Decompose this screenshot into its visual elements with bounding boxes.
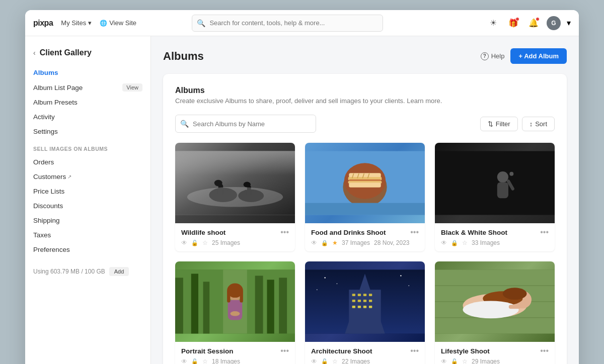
page-title: Albums [163,50,204,63]
star-icon-4[interactable]: ☆ [202,358,208,364]
sort-button[interactable]: ↕ Sort [522,117,555,131]
album-count-5: 22 Images [342,358,370,364]
sort-icon: ↕ [530,120,533,128]
back-icon: ‹ [33,49,36,57]
svg-point-68 [337,284,338,285]
globe-icon: 🌐 [100,20,107,27]
star-icon-1[interactable]: ☆ [202,239,208,246]
album-thumb-4[interactable] [175,261,295,342]
album-search-input[interactable] [175,115,316,133]
content-header: Albums ? Help + Add Album [163,48,567,64]
panel-title: Albums [175,86,555,95]
svg-point-71 [317,289,318,290]
view-site-label: View Site [109,19,136,27]
gift-icon[interactable]: 🎁 [506,16,520,30]
sidebar-title: Client Gallery [40,48,92,57]
sidebar-item-customers[interactable]: Customers ↗ [25,169,150,184]
avatar[interactable]: G [547,16,561,30]
eye-icon-5: 👁 [311,358,317,364]
album-more-button-3[interactable]: ••• [540,228,549,236]
sidebar-item-preferences[interactable]: Preferences [25,242,150,257]
sidebar-back-button[interactable]: ‹ Client Gallery [25,44,150,65]
search-input[interactable] [192,15,383,32]
nav-right-icons: ☀ 🎁 🔔 G ▾ [486,16,571,30]
album-info-4: Portrait Session ••• 👁 🔓 ☆ 18 Images [175,342,295,364]
album-more-button-5[interactable]: ••• [410,347,419,355]
sidebar-item-orders[interactable]: Orders [25,155,150,169]
header-actions: ? Help + Add Album [481,48,567,64]
album-list-view-button[interactable]: View [122,83,142,92]
sidebar-item-album-presets[interactable]: Album Presets [25,95,150,110]
album-name-4: Portrait Session [181,347,234,355]
album-name-1: Wildlife shoot [181,229,225,236]
album-more-button-4[interactable]: ••• [280,347,289,355]
sidebar-item-price-lists[interactable]: Price Lists [25,184,150,199]
svg-rect-59 [352,300,355,302]
svg-rect-46 [228,300,243,320]
svg-rect-40 [203,282,210,333]
album-more-button-2[interactable]: ••• [410,228,419,236]
sidebar-item-orders-label: Orders [33,158,54,166]
star-icon-2[interactable]: ★ [332,239,338,246]
svg-rect-49 [240,291,243,303]
storage-label: Using 603.79 MB / 100 GB [33,268,105,275]
svg-rect-61 [363,300,366,302]
sun-icon[interactable]: ☀ [486,16,500,30]
sidebar: ‹ Client Gallery Albums Album List Page … [25,36,151,364]
album-more-button-6[interactable]: ••• [540,347,549,355]
gift-badge [515,17,519,21]
view-site-button[interactable]: 🌐 View Site [100,19,136,27]
sidebar-item-discounts[interactable]: Discounts [25,199,150,213]
svg-point-81 [463,301,519,318]
star-icon-6[interactable]: ☆ [462,358,468,364]
album-info-top-6: Lifestyle Shoot ••• [441,347,549,355]
album-info-1: Wildlife shoot ••• 👁 🔓 ☆ 25 Images [175,223,295,251]
svg-point-50 [230,311,240,316]
sidebar-item-settings[interactable]: Settings [25,124,150,139]
album-info-top-5: Architecture Shoot ••• [311,347,419,355]
bell-icon[interactable]: 🔔 [526,16,541,30]
eye-icon-4: 👁 [181,358,187,364]
storage-add-button[interactable]: Add [109,267,129,276]
album-thumb-5[interactable] [305,261,425,342]
sidebar-item-taxes[interactable]: Taxes [25,228,150,242]
help-button[interactable]: ? Help [481,52,505,60]
svg-rect-30 [305,203,425,215]
filter-button[interactable]: ⇅ Filter [480,117,518,131]
album-more-button-1[interactable]: ••• [280,228,289,236]
sidebar-item-albums[interactable]: Albums [25,65,150,80]
sidebar-item-album-list-page[interactable]: Album List Page View [25,80,150,95]
svg-point-67 [324,277,325,278]
album-count-1: 25 Images [212,239,240,246]
album-thumb-3[interactable] [435,143,555,223]
add-album-button[interactable]: + Add Album [510,48,567,64]
svg-rect-48 [227,291,230,303]
album-thumb-1[interactable] [175,143,295,223]
sidebar-item-shipping[interactable]: Shipping [25,213,150,228]
sidebar-item-albums-label: Albums [33,69,58,76]
my-sites-button[interactable]: My Sites ▾ [61,19,92,27]
sidebar-item-activity[interactable]: Activity [25,110,150,124]
svg-rect-38 [175,278,183,333]
main-layout: ‹ Client Gallery Albums Album List Page … [25,36,579,364]
plus-icon: + Add Album [518,52,559,60]
album-info-top-1: Wildlife shoot ••• [181,228,289,236]
star-icon-5[interactable]: ☆ [332,358,338,364]
album-card-1: Wildlife shoot ••• 👁 🔓 ☆ 25 Images [175,143,295,251]
album-thumb-6[interactable] [435,261,555,342]
album-info-top-3: Black & White Shoot ••• [441,228,549,236]
album-meta-2: 👁 🔒 ★ 37 Images 28 Nov, 2023 [311,239,419,246]
sidebar-item-taxes-label: Taxes [33,231,51,239]
album-count-2: 37 Images [342,239,370,246]
album-card-6: Lifestyle Shoot ••• 👁 🔓 ☆ 29 Images [435,261,555,364]
album-name-3: Black & White Shoot [441,229,507,236]
sort-label: Sort [535,120,547,128]
star-icon-3[interactable]: ☆ [462,239,468,246]
sidebar-item-price-lists-label: Price Lists [33,188,64,195]
lock-icon-placeholder-6: 🔓 [451,358,458,365]
sidebar-item-preferences-label: Preferences [33,246,70,253]
sidebar-item-activity-label: Activity [33,113,55,121]
search-filter-bar: 🔍 ⇅ Filter ↕ Sort [175,115,555,133]
svg-rect-42 [267,280,274,333]
album-thumb-2[interactable] [305,143,425,223]
